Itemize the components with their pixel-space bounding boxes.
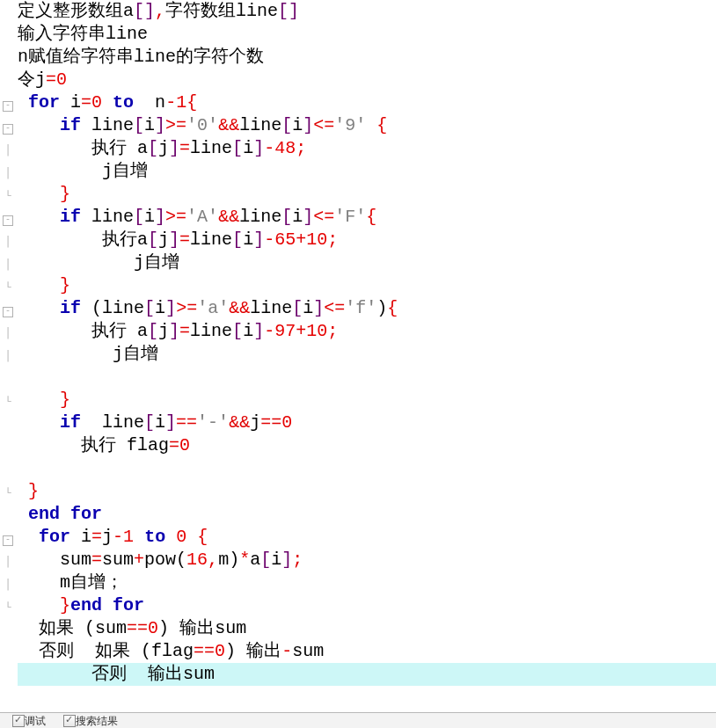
- fold-marker[interactable]: │: [0, 251, 16, 274]
- fold-marker[interactable]: [0, 69, 16, 91]
- fold-marker[interactable]: └: [0, 480, 16, 503]
- code-line[interactable]: for i=0 to n-1{: [18, 91, 716, 114]
- code-line[interactable]: 执行a[j]=line[i]-65+10;: [18, 229, 716, 251]
- fold-marker[interactable]: [0, 617, 16, 640]
- fold-marker[interactable]: [0, 663, 16, 686]
- fold-marker[interactable]: │: [0, 137, 16, 160]
- fold-marker[interactable]: -: [0, 206, 16, 229]
- code-line[interactable]: }end for: [18, 594, 716, 617]
- code-line[interactable]: [18, 457, 716, 480]
- code-line[interactable]: }: [18, 480, 716, 503]
- code-line[interactable]: 执行 a[j]=line[i]-48;: [18, 137, 716, 160]
- code-line[interactable]: if line[i]>='0'&&line[i]<='9' {: [18, 114, 716, 137]
- fold-marker[interactable]: [0, 411, 16, 434]
- tab-debug-label[interactable]: 调试: [25, 714, 46, 729]
- fold-marker[interactable]: [0, 23, 16, 46]
- fold-marker[interactable]: │: [0, 229, 16, 251]
- fold-marker[interactable]: -: [0, 114, 16, 137]
- code-line[interactable]: 执行 flag=0: [18, 434, 716, 457]
- code-line[interactable]: 输入字符串line: [18, 23, 716, 46]
- code-line[interactable]: for i=j-1 to 0 {: [18, 526, 716, 549]
- code-line[interactable]: j自增: [18, 160, 716, 183]
- fold-marker[interactable]: │: [0, 160, 16, 183]
- fold-marker[interactable]: -: [0, 91, 16, 114]
- code-line[interactable]: j自增: [18, 251, 716, 274]
- code-line[interactable]: 否则 如果 (flag==0) 输出-sum: [18, 640, 716, 663]
- fold-marker[interactable]: └: [0, 183, 16, 206]
- code-area[interactable]: 定义整形数组a[],字符数组line[]输入字符串linen赋值给字符串line…: [16, 0, 716, 686]
- bottom-tab-bar[interactable]: ✓ 调试 ✓ 搜索结果: [0, 712, 716, 728]
- code-line[interactable]: 如果 (sum==0) 输出sum: [18, 617, 716, 640]
- code-line[interactable]: n赋值给字符串line的字符个数: [18, 46, 716, 69]
- fold-marker[interactable]: [0, 434, 16, 457]
- code-line[interactable]: end for: [18, 503, 716, 526]
- code-line[interactable]: j自增: [18, 343, 716, 366]
- code-line[interactable]: }: [18, 389, 716, 411]
- code-line[interactable]: }: [18, 274, 716, 297]
- fold-marker[interactable]: [0, 503, 16, 526]
- code-line[interactable]: [18, 366, 716, 389]
- code-line[interactable]: if line[i]>='A'&&line[i]<='F'{: [18, 206, 716, 229]
- fold-marker[interactable]: │: [0, 571, 16, 594]
- fold-marker[interactable]: [0, 457, 16, 480]
- fold-marker[interactable]: └: [0, 389, 16, 411]
- fold-marker[interactable]: -: [0, 526, 16, 549]
- fold-marker[interactable]: [0, 46, 16, 69]
- code-editor[interactable]: --││└-││└-││└└-││└ 定义整形数组a[],字符数组line[]输…: [0, 0, 716, 686]
- tab-debug-icon[interactable]: ✓: [12, 715, 25, 727]
- fold-marker[interactable]: └: [0, 594, 16, 617]
- tab-search-label[interactable]: 搜索结果: [76, 714, 118, 729]
- fold-marker[interactable]: [0, 0, 16, 23]
- fold-marker[interactable]: │: [0, 549, 16, 571]
- code-line[interactable]: 执行 a[j]=line[i]-97+10;: [18, 320, 716, 343]
- fold-marker[interactable]: │: [0, 343, 16, 366]
- tab-search-icon[interactable]: ✓: [63, 715, 76, 727]
- code-line[interactable]: 定义整形数组a[],字符数组line[]: [18, 0, 716, 23]
- code-line[interactable]: 否则 输出sum: [18, 663, 716, 686]
- code-line[interactable]: m自增；: [18, 571, 716, 594]
- fold-marker[interactable]: -: [0, 297, 16, 320]
- fold-gutter[interactable]: --││└-││└-││└└-││└: [0, 0, 16, 686]
- fold-marker[interactable]: [0, 640, 16, 663]
- fold-marker[interactable]: [0, 366, 16, 389]
- code-line[interactable]: sum=sum+pow(16,m)*a[i];: [18, 549, 716, 571]
- fold-marker[interactable]: └: [0, 274, 16, 297]
- fold-marker[interactable]: │: [0, 320, 16, 343]
- code-line[interactable]: 令j=0: [18, 69, 716, 91]
- code-line[interactable]: if (line[i]>='a'&&line[i]<='f'){: [18, 297, 716, 320]
- code-line[interactable]: if line[i]=='-'&&j==0: [18, 411, 716, 434]
- code-line[interactable]: }: [18, 183, 716, 206]
